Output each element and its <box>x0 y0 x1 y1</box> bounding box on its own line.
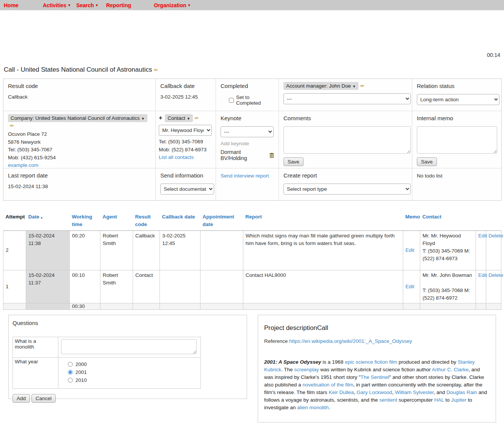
description-text: , <box>354 389 357 395</box>
internal-memo-textarea[interactable] <box>417 126 497 154</box>
internal-memo-label: Internal memo <box>417 115 497 121</box>
edit-account-manager-icon[interactable]: ✏ <box>360 83 365 89</box>
reference-link[interactable]: https://en.wikipedia.org/wiki/2001:_A_Sp… <box>289 338 412 344</box>
reference-line: Reference https://en.wikipedia.org/wiki/… <box>264 338 490 344</box>
edit-title-icon[interactable]: ✏ <box>154 67 158 73</box>
list-all-contacts-link[interactable]: List all contacts <box>159 154 194 160</box>
set-to-completed-option[interactable]: Set to Completed <box>229 94 274 106</box>
save-comments-button[interactable]: Save <box>283 157 304 166</box>
description-link[interactable]: Arthur C. Clarke <box>432 367 469 372</box>
description-link[interactable]: William Sylvester <box>395 389 434 395</box>
year-option[interactable]: 2010 <box>68 376 199 384</box>
keynote-select[interactable]: --- <box>221 126 274 137</box>
col-appointment-date[interactable]: Appointment date <box>200 211 243 231</box>
contact-mob: Mob: (522) 874-6973 <box>159 146 211 154</box>
memo-edit-link[interactable]: Edit <box>405 247 414 253</box>
col-edit <box>476 211 486 231</box>
col-date-label: Date <box>28 214 39 220</box>
description-text: 2001: A Space Odyssey <box>264 359 321 365</box>
memo-edit-link[interactable]: Edit <box>405 284 414 289</box>
nav-item-search[interactable]: Search▾ <box>76 2 98 8</box>
account-manager-select[interactable]: --- <box>283 93 411 104</box>
col-date-sort[interactable]: Date▲ <box>26 211 70 231</box>
callback-date-value: 3-02-2025 12:45 <box>160 94 211 100</box>
contact-cell: +Contact▼✏ Mr. Heywood Floyd Tel: (503) … <box>156 111 216 168</box>
col-working-time[interactable]: Working time <box>70 211 100 231</box>
save-internal-memo-button[interactable]: Save <box>417 157 437 166</box>
nav-item-organization[interactable]: Organization▾ <box>154 2 190 8</box>
last-report-date-cell: Last report date 15-02-2024 11:38 <box>3 168 156 200</box>
history-working-time: 00:10 <box>70 270 100 303</box>
edit-contact-icon[interactable]: ✏ <box>195 115 199 121</box>
nav-item-reporting[interactable]: Reporting <box>106 2 131 8</box>
history-row: 1 15-02-2024 11:37 00:10 Robert Smith Co… <box>3 270 501 303</box>
row-edit-link[interactable]: Edit <box>478 272 487 278</box>
description-link[interactable]: Douglas Rain <box>446 389 477 395</box>
history-date: 15-02-2024 11:37 <box>26 270 70 303</box>
year-radio-2010[interactable] <box>68 378 73 383</box>
year-radio-2001[interactable] <box>68 370 73 375</box>
account-manager-selector[interactable]: Account manager: John Doe▼ <box>283 82 358 90</box>
description-link[interactable]: screenplay <box>294 367 319 372</box>
add-contact-button[interactable]: + <box>159 115 162 121</box>
row-delete-link[interactable]: Delete <box>488 272 503 278</box>
description-link[interactable]: sentient <box>379 397 397 403</box>
comments-textarea[interactable] <box>283 126 411 154</box>
description-link[interactable]: Jupiter <box>451 397 466 403</box>
nav-home-label: Home <box>4 2 19 8</box>
company-website-link[interactable]: example.com <box>8 162 38 168</box>
add-keynote-link[interactable]: Add keynote <box>221 141 249 146</box>
history-agent: Robert Smith <box>100 231 133 270</box>
description-text: supercomputer <box>397 397 434 403</box>
col-result-code[interactable]: Result code <box>133 211 160 231</box>
col-report[interactable]: Report <box>243 211 403 231</box>
cancel-button[interactable]: Cancel <box>31 394 56 403</box>
delete-keynote-icon[interactable] <box>269 152 274 158</box>
col-delete <box>486 211 501 231</box>
nav-item-home[interactable]: Home <box>4 2 19 8</box>
history-attempt: 2 <box>3 231 26 270</box>
contact-select[interactable]: Mr. Heywood Floyd <box>159 125 212 136</box>
history-footer-row: 00:30 <box>3 303 501 309</box>
comments-label: Comments <box>283 115 407 121</box>
question-row: What is a monolith <box>13 337 201 358</box>
contact-selector[interactable]: Contact▼ <box>165 114 193 122</box>
col-agent[interactable]: Agent <box>100 211 133 231</box>
description-link[interactable]: Gary Lockwood <box>357 389 392 395</box>
nav-activities-label: Activities <box>43 2 66 8</box>
col-memo[interactable]: Memo <box>403 211 420 231</box>
description-text: , and <box>434 389 446 395</box>
company-address-line2: 5876 Newyork <box>8 138 151 146</box>
send-interview-report-link[interactable]: Send interview report <box>221 173 269 179</box>
history-date: 15-02-2024 11:38 <box>26 231 70 270</box>
history-contact: Mr. Mr. Heywood Floyd T: (503) 345-7069 … <box>420 231 476 270</box>
sort-asc-icon: ▲ <box>40 216 43 219</box>
account-manager-pill-label: Account manager: John Doe <box>286 83 351 89</box>
row-delete-link[interactable]: Delete <box>488 233 503 239</box>
year-label: 2001 <box>75 369 87 375</box>
description-link[interactable]: Keir Dullea <box>329 389 354 395</box>
description-link[interactable]: HAL <box>434 397 444 403</box>
add-button[interactable]: Add <box>13 394 30 403</box>
description-link[interactable]: The Sentinel <box>360 374 389 380</box>
col-contact[interactable]: Contact <box>420 211 476 231</box>
edit-company-icon[interactable]: ✏ <box>10 123 14 129</box>
row-edit-link[interactable]: Edit <box>478 233 487 239</box>
create-report-select[interactable]: Select report type <box>283 184 411 195</box>
col-callback-date[interactable]: Callback date <box>160 211 200 231</box>
set-to-completed-checkbox[interactable] <box>229 98 234 103</box>
year-radio-2000[interactable] <box>68 362 73 367</box>
company-cell: Company: United States National Council … <box>3 111 156 168</box>
description-link[interactable]: alien monolith <box>297 405 329 410</box>
description-link[interactable]: epic science fiction film <box>345 359 397 365</box>
year-option[interactable]: 2000 <box>68 360 199 368</box>
relation-status-select[interactable]: Long-term action <box>417 94 499 105</box>
company-selector[interactable]: Company: United States National Council … <box>8 114 147 122</box>
description-link[interactable]: novelisation of the film <box>302 382 353 388</box>
question-monolith-input[interactable] <box>61 339 197 354</box>
nav-organization-label: Organization <box>154 2 186 8</box>
nav-item-activities[interactable]: Activities▾ <box>43 2 70 8</box>
year-option[interactable]: 2001 <box>68 368 199 376</box>
col-attempt: Attempt <box>3 211 26 231</box>
send-information-select[interactable]: Select documentation <box>160 184 214 195</box>
